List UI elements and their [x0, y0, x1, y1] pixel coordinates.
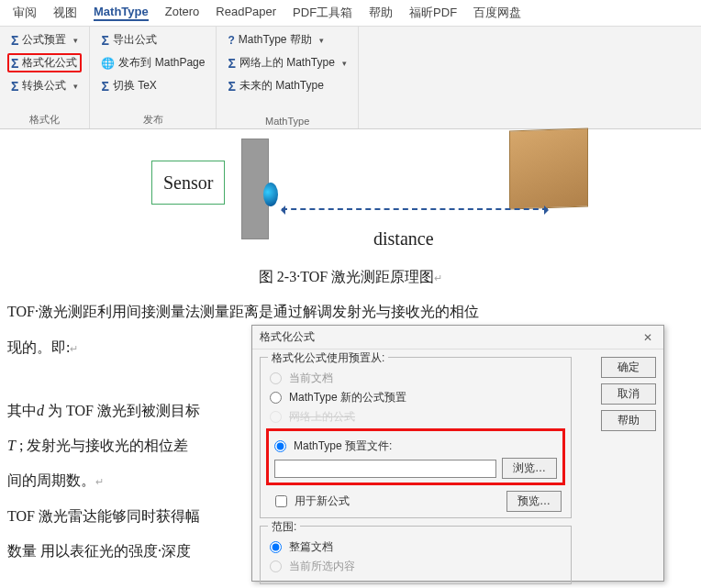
dialog-title: 格式化公式	[260, 329, 315, 345]
ribbon-tabs: 审阅 视图 MathType Zotero ReadPaper PDF工具箱 帮…	[0, 0, 701, 27]
radio-web-preset: 网络上的公式	[270, 409, 562, 425]
mt-help-button[interactable]: ?MathType 帮助▾	[224, 30, 350, 50]
mt-future-label: 未来的 MathType	[239, 78, 324, 94]
toggle-tex-button[interactable]: Σ切换 TeX	[97, 76, 208, 95]
ribbon-group-publish: Σ导出公式 🌐发布到 MathPage Σ切换 TeX 发布	[90, 27, 217, 128]
mt-help-label: MathType 帮助	[239, 32, 312, 48]
mt-web-label: 网络上的 MathType	[239, 55, 335, 71]
preset-source-fieldset: 格式化公式使用预置从: 当前文档 MathType 新的公式预置 网络上的公式 …	[260, 357, 572, 518]
chevron-down-icon: ▾	[73, 82, 78, 91]
preset-button[interactable]: Σ公式预置▾	[7, 30, 82, 50]
preset-file-highlight: MathType 预置文件: 浏览…	[266, 428, 565, 485]
cancel-button[interactable]: 取消	[601, 383, 656, 405]
fieldset-legend: 范围:	[268, 519, 300, 535]
radio-preset-file[interactable]: MathType 预置文件:	[274, 438, 557, 454]
sigma-icon: Σ	[228, 56, 235, 71]
group-label-format: 格式化	[7, 113, 82, 127]
toggle-tex-label: 切换 TeX	[113, 78, 157, 94]
distance-label: distance	[373, 221, 434, 256]
preset-file-input[interactable]	[274, 460, 496, 478]
group-label-mathtype: MathType	[224, 116, 350, 127]
chevron-down-icon: ▾	[342, 59, 347, 68]
paragraph: TOF·激光测距利用间接测量法测量距离是通过解调发射光与接收光的相位	[7, 298, 694, 326]
radio-whole-doc[interactable]: 整篇文档	[270, 539, 562, 555]
scope-fieldset: 范围: 整篇文档 当前所选内容	[260, 526, 572, 584]
radio-selection: 当前所选内容	[270, 559, 562, 574]
tab-mathtype[interactable]: MathType	[94, 5, 149, 21]
sensor-lens	[263, 183, 278, 206]
format-equation-dialog: 格式化公式 ✕ 确定 取消 帮助 格式化公式使用预置从: 当前文档 MathTy…	[251, 325, 664, 582]
chevron-down-icon: ▾	[319, 36, 324, 45]
ribbon: Σ公式预置▾ Σ格式化公式 Σ转换公式▾ 格式化 Σ导出公式 🌐发布到 Math…	[0, 27, 701, 129]
mt-future-button[interactable]: Σ未来的 MathType	[224, 76, 350, 95]
preview-button[interactable]: 预览…	[506, 491, 562, 512]
distance-arrow	[282, 208, 548, 210]
sensor-label: Sensor	[151, 161, 225, 205]
figure-caption: 图 2-3·TOF 激光测距原理图↵	[7, 263, 694, 291]
tab-readpaper[interactable]: ReadPaper	[216, 5, 276, 21]
help-icon: ?	[228, 34, 234, 47]
tab-view[interactable]: 视图	[53, 5, 77, 21]
browse-button[interactable]: 浏览…	[502, 458, 557, 479]
group-label-publish: 发布	[97, 113, 208, 127]
radio-new-preset[interactable]: MathType 新的公式预置	[270, 390, 562, 405]
globe-icon: 🌐	[101, 57, 115, 70]
tab-foxit[interactable]: 福昕PDF	[409, 5, 457, 21]
tab-review[interactable]: 审阅	[13, 5, 37, 21]
export-button[interactable]: Σ导出公式	[97, 30, 208, 50]
sigma-icon: Σ	[228, 79, 235, 94]
figure-diagram: Sensor distance	[80, 139, 621, 258]
tab-help[interactable]: 帮助	[369, 5, 393, 21]
sigma-icon: Σ	[11, 79, 18, 94]
close-icon[interactable]: ✕	[640, 331, 656, 344]
format-equation-button[interactable]: Σ格式化公式	[7, 53, 82, 72]
radio-current-doc: 当前文档	[270, 371, 562, 386]
ok-button[interactable]: 确定	[601, 357, 656, 378]
fieldset-legend: 格式化公式使用预置从:	[268, 350, 388, 366]
help-button[interactable]: 帮助	[601, 410, 656, 431]
publish-mathpage-button[interactable]: 🌐发布到 MathPage	[97, 53, 208, 72]
sigma-icon: Σ	[101, 33, 108, 48]
sigma-icon: Σ	[101, 79, 108, 94]
ribbon-group-mathtype: ?MathType 帮助▾ Σ网络上的 MathType▾ Σ未来的 MathT…	[217, 27, 358, 128]
ribbon-group-format: Σ公式预置▾ Σ格式化公式 Σ转换公式▾ 格式化	[0, 27, 90, 128]
publish-label: 发布到 MathPage	[118, 55, 205, 71]
preset-label: 公式预置	[22, 32, 66, 48]
tab-zotero[interactable]: Zotero	[165, 5, 200, 21]
dialog-titlebar[interactable]: 格式化公式 ✕	[252, 326, 663, 349]
tab-baidu[interactable]: 百度网盘	[473, 5, 521, 21]
target-cube	[509, 128, 588, 209]
chevron-down-icon: ▾	[73, 36, 78, 45]
convert-label: 转换公式	[22, 78, 66, 94]
sigma-icon: Σ	[11, 33, 18, 48]
sigma-icon: Σ	[11, 56, 18, 71]
tab-pdftools[interactable]: PDF工具箱	[293, 5, 352, 21]
mt-web-button[interactable]: Σ网络上的 MathType▾	[224, 53, 350, 72]
convert-button[interactable]: Σ转换公式▾	[7, 76, 82, 95]
export-label: 导出公式	[113, 32, 157, 48]
use-for-new-checkbox[interactable]: 用于新公式	[275, 494, 350, 509]
format-equation-label: 格式化公式	[22, 55, 77, 71]
